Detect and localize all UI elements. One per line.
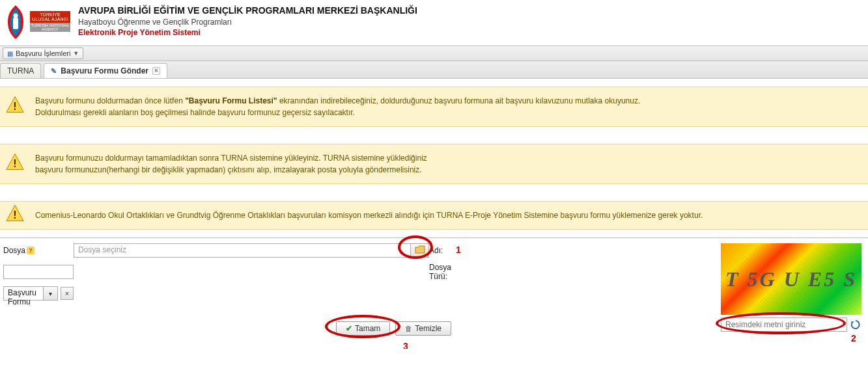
- system-name: Elektronik Proje Yönetim Sistemi: [78, 27, 417, 38]
- warning-icon: !: [5, 153, 25, 176]
- warning-1-body: Başvuru formunu doldurmadan önce lütfen …: [35, 95, 860, 118]
- warning-icon: !: [5, 96, 25, 118]
- captcha-input[interactable]: [721, 317, 847, 332]
- logo-text: TÜRKİYE ULUSAL AJANSI TURKISH NATIONAL A…: [30, 11, 70, 32]
- name-input[interactable]: [3, 265, 74, 279]
- menu-label: Başvuru İşlemleri: [16, 49, 70, 57]
- header-titles: AVRUPA BİRLİĞİ EĞİTİM VE GENÇLİK PROGRAM…: [78, 5, 417, 38]
- trash-icon: 🗑: [405, 325, 412, 332]
- form-left: Dosya ? Dosya seçiniz 1 Adı: Dosya Türü:: [0, 243, 456, 336]
- warning-3-body: Comenius-Leonardo Okul Ortaklıkları ve G…: [35, 209, 860, 221]
- tab-basvuru-formu-gonder[interactable]: ✎ Başvuru Formu Gönder ×: [44, 63, 167, 78]
- org-subtitle: Hayatboyu Öğrenme ve Gençlik Programları: [78, 17, 417, 27]
- upload-form: Dosya ? Dosya seçiniz 1 Adı: Dosya Türü:: [0, 237, 868, 349]
- ok-button-label: Tamam: [355, 324, 380, 333]
- tab-turna-label: TURNA: [7, 66, 34, 75]
- folder-icon: [415, 245, 425, 256]
- warning-1-pre: Başvuru formunu doldurmadan önce lütfen: [35, 96, 185, 105]
- clear-button[interactable]: 🗑 Temizle: [395, 321, 451, 336]
- annotation-3-label: 3: [403, 341, 408, 349]
- captcha-image: T 5G U E5 S: [721, 243, 861, 315]
- tab-turna[interactable]: TURNA: [0, 63, 41, 78]
- warning-2: ! Başvuru formunuzu doldurmayı tamamladı…: [0, 144, 868, 184]
- warning-1-bold: "Başvuru Formu Listesi": [185, 96, 277, 105]
- logo-icon: [1, 3, 30, 40]
- logo: TÜRKİYE ULUSAL AJANSI TURKISH NATIONAL A…: [1, 3, 70, 40]
- clear-button-label: Temizle: [415, 324, 441, 333]
- close-icon[interactable]: ×: [152, 67, 160, 75]
- app-header: TÜRKİYE ULUSAL AJANSI TURKISH NATIONAL A…: [0, 0, 868, 46]
- annotation-2-label: 2: [851, 333, 856, 343]
- warning-2-line2: başvuru formunuzun(herhangi bir değişikl…: [35, 165, 422, 174]
- captcha-image-text: T 5G U E5 S: [725, 267, 857, 291]
- svg-text:!: !: [13, 101, 16, 112]
- tabstrip: TURNA ✎ Başvuru Formu Gönder ×: [0, 61, 868, 79]
- ok-button[interactable]: ✔ Tamam: [336, 321, 390, 336]
- chevron-down-icon[interactable]: ▾: [44, 286, 58, 301]
- label-dosya-turu: Dosya Türü:: [429, 263, 453, 281]
- tab-formgonder-label: Başvuru Formu Gönder: [61, 66, 148, 75]
- file-type-select[interactable]: Başvuru Formu ▾: [3, 286, 58, 301]
- warning-3: ! Comenius-Leonardo Okul Ortaklıkları ve…: [0, 201, 868, 230]
- warning-2-body: Başvuru formunuzu doldurmayı tamamladıkt…: [35, 152, 860, 176]
- svg-point-0: [14, 14, 18, 18]
- warning-1-post: ekranından indirebileceğiniz, doldurduğu…: [277, 96, 641, 105]
- grid-icon: ▦: [7, 50, 13, 57]
- org-title: AVRUPA BİRLİĞİ EĞİTİM VE GENÇLİK PROGRAM…: [78, 5, 417, 17]
- warning-icon: !: [5, 204, 25, 227]
- menubar: ▦ Başvuru İşlemleri ▼: [0, 46, 868, 61]
- check-icon: ✔: [346, 324, 352, 333]
- label-dosya: Dosya ?: [3, 246, 74, 255]
- warning-1-line2: Doldurulması gerekli alanların boş geçil…: [35, 108, 355, 117]
- warning-1: ! Başvuru formunu doldurmadan önce lütfe…: [0, 87, 868, 127]
- svg-text:!: !: [13, 209, 16, 221]
- file-input[interactable]: Dosya seçiniz: [74, 243, 411, 258]
- clear-select-button[interactable]: ×: [61, 287, 74, 300]
- chevron-down-icon: ▼: [73, 50, 79, 57]
- send-icon: ✎: [51, 67, 57, 75]
- label-adi: Adı:: [429, 246, 453, 255]
- svg-text:!: !: [13, 158, 16, 169]
- browse-button[interactable]: [411, 243, 429, 258]
- warning-2-line1: Başvuru formunuzu doldurmayı tamamladıkt…: [35, 154, 427, 163]
- logo-text-sub: TURKISH NATIONAL AGENCY: [30, 23, 70, 32]
- captcha-area: T 5G U E5 S 2: [456, 243, 868, 336]
- warning-stack: ! Başvuru formunu doldurmadan önce lütfe…: [0, 87, 868, 230]
- refresh-icon[interactable]: [850, 319, 861, 330]
- help-icon[interactable]: ?: [27, 247, 35, 254]
- logo-text-main: TÜRKİYE ULUSAL AJANSI: [30, 11, 70, 23]
- menu-basvuru-islemleri[interactable]: ▦ Başvuru İşlemleri ▼: [3, 47, 83, 59]
- file-input-group: Dosya seçiniz: [74, 243, 429, 258]
- action-row: ✔ Tamam 🗑 Temizle 3: [3, 321, 451, 336]
- file-type-value: Başvuru Formu: [3, 286, 44, 301]
